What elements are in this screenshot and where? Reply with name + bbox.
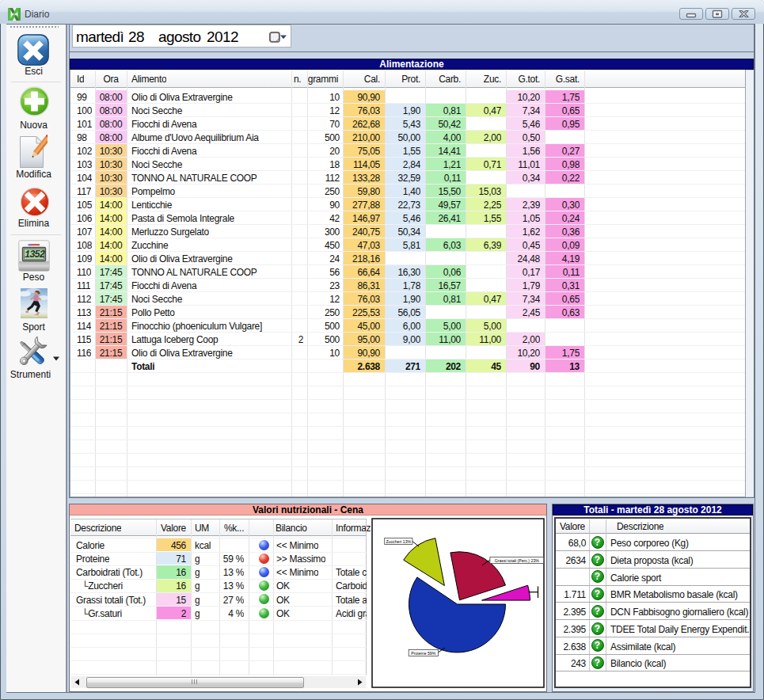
svg-text:Proteine 59%: Proteine 59% (411, 651, 436, 656)
svg-text:Zuccheri 13%: Zuccheri 13% (386, 539, 411, 544)
svg-text:1352: 1352 (25, 249, 45, 261)
svg-text:Grassi totali (Perc.) 23%: Grassi totali (Perc.) 23% (495, 558, 540, 563)
